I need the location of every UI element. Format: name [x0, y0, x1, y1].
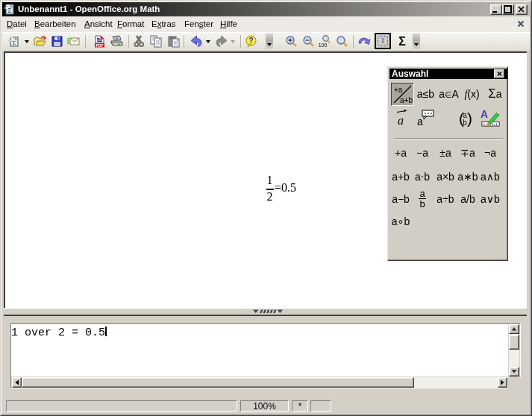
svg-text:100: 100	[319, 42, 327, 48]
svg-text:b: b	[463, 119, 467, 127]
svg-text:A: A	[481, 108, 488, 120]
svg-text:): )	[467, 110, 472, 127]
svg-text:a+b: a+b	[400, 96, 413, 104]
svg-text:a: a	[398, 114, 404, 127]
svg-text:Σ: Σ	[13, 40, 16, 46]
svg-text:Σ: Σ	[7, 7, 12, 14]
svg-text:PDF: PDF	[96, 43, 104, 48]
svg-text:a: a	[417, 116, 423, 127]
svg-text:+a: +a	[394, 86, 403, 94]
svg-text:?: ?	[248, 37, 253, 45]
